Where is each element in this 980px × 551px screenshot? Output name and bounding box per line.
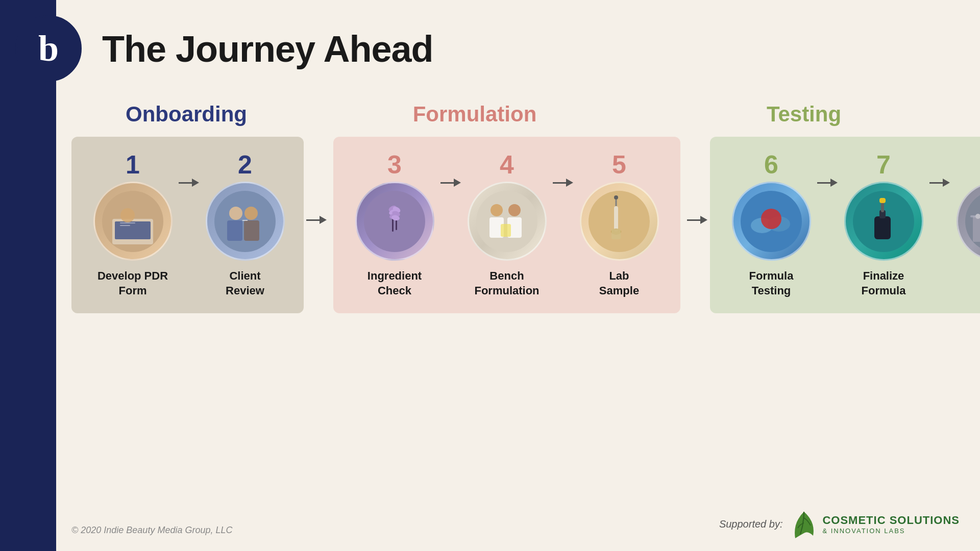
- step-4: 4 BenchFo: [461, 152, 553, 298]
- step-6-label: FormulaTesting: [749, 269, 794, 298]
- cosmetic-solutions-leaf-icon: [790, 508, 818, 541]
- category-onboarding: Onboarding: [71, 102, 301, 127]
- step-2-number: 2: [238, 152, 252, 178]
- step-8-circle: [957, 182, 981, 261]
- svg-rect-43: [973, 216, 980, 242]
- main-content: Onboarding Formulation Testing 1: [71, 102, 960, 313]
- step-3: 3: [349, 152, 440, 298]
- step-5-label: LabSample: [599, 269, 639, 298]
- svg-rect-4: [120, 222, 135, 223]
- testing-steps: 6 FormulaTesting: [725, 152, 980, 298]
- svg-point-36: [761, 209, 781, 229]
- step-1-image: [102, 191, 163, 252]
- svg-point-21: [476, 191, 537, 252]
- step-7: 7 FinalizeFormula: [838, 152, 929, 298]
- footer-right: Supported by: COSMETIC SOLUTIONS & INNOV…: [719, 508, 960, 541]
- svg-rect-26: [501, 224, 511, 237]
- step-7-image: [853, 191, 914, 252]
- page-title: The Journey Ahead: [102, 28, 433, 70]
- svg-point-12: [364, 191, 425, 252]
- svg-rect-9: [227, 220, 242, 241]
- step-6-image: [741, 191, 802, 252]
- section-formulation: 3: [333, 137, 680, 313]
- category-testing: Testing: [648, 102, 960, 127]
- svg-rect-28: [614, 206, 618, 232]
- sponsor-sub: & INNOVATION LABS: [822, 527, 960, 535]
- sponsor-name: COSMETIC SOLUTIONS: [822, 514, 960, 527]
- svg-point-3: [120, 208, 135, 222]
- svg-rect-5: [120, 225, 130, 226]
- category-labels: Onboarding Formulation Testing: [71, 102, 960, 127]
- logo-letter: b: [38, 30, 59, 67]
- step-8: 8: [950, 152, 980, 298]
- step-6-circle: [732, 182, 811, 261]
- step-1-circle: [93, 182, 173, 261]
- step-1: 1 Develop PDRForm: [87, 152, 179, 298]
- svg-rect-2: [115, 221, 151, 239]
- step-3-number: 3: [387, 152, 402, 178]
- formulation-steps: 3: [349, 152, 665, 298]
- svg-point-24: [508, 204, 521, 216]
- step-4-circle: [468, 182, 547, 261]
- onboarding-steps: 1 Develop PDRForm: [87, 152, 291, 298]
- sidebar: [0, 0, 56, 551]
- step-7-circle: [844, 182, 923, 261]
- step-4-label: BenchFormulation: [474, 269, 539, 298]
- step-6: 6 FormulaTesting: [725, 152, 817, 298]
- svg-point-7: [229, 207, 242, 220]
- svg-point-32: [614, 195, 618, 199]
- section-testing: 6 FormulaTesting: [710, 137, 980, 313]
- arrow-7-8: [929, 152, 950, 223]
- step-5-number: 5: [612, 152, 626, 178]
- step-5-image: [589, 191, 650, 252]
- step-7-label: FinalizeFormula: [862, 269, 906, 298]
- step-4-image: [476, 191, 537, 252]
- step-1-label: Develop PDRForm: [97, 269, 168, 298]
- logo: b: [15, 15, 82, 82]
- step-2: 2 ClientReview: [199, 152, 291, 298]
- svg-rect-30: [611, 229, 621, 239]
- svg-point-8: [244, 207, 258, 220]
- svg-rect-38: [874, 216, 891, 239]
- step-2-image: [214, 191, 276, 252]
- footer-copyright: © 2020 Indie Beauty Media Group, LLC: [71, 525, 232, 536]
- step-4-number: 4: [500, 152, 514, 178]
- section-onboarding: 1 Develop PDRForm: [71, 137, 304, 313]
- process-flow: 1 Develop PDRForm: [71, 137, 960, 313]
- sponsor-text: COSMETIC SOLUTIONS & INNOVATION LABS: [822, 514, 960, 535]
- step-8-image: [965, 191, 980, 252]
- svg-point-22: [491, 204, 503, 216]
- step-6-number: 6: [764, 152, 778, 178]
- arrow-section-1-2: [304, 137, 329, 313]
- step-2-label: ClientReview: [226, 269, 264, 298]
- category-formulation: Formulation: [301, 102, 648, 127]
- step-3-image: [364, 191, 425, 252]
- svg-rect-41: [879, 198, 886, 203]
- step-5-circle: [580, 182, 659, 261]
- arrow-3-4: [440, 152, 461, 223]
- svg-rect-10: [244, 220, 259, 241]
- arrow-1-2: [179, 152, 199, 223]
- sponsor-logo: COSMETIC SOLUTIONS & INNOVATION LABS: [790, 508, 960, 541]
- arrow-6-7: [817, 152, 838, 223]
- supported-by-label: Supported by:: [719, 518, 783, 530]
- step-3-circle: [355, 182, 434, 261]
- arrow-4-5: [553, 152, 573, 223]
- svg-point-27: [589, 191, 650, 252]
- step-7-number: 7: [876, 152, 891, 178]
- step-5: 5 LabSamp: [573, 152, 665, 298]
- step-2-circle: [206, 182, 285, 261]
- arrow-section-2-3: [684, 137, 710, 313]
- step-3-label: IngredientCheck: [368, 269, 422, 298]
- step-1-number: 1: [126, 152, 140, 178]
